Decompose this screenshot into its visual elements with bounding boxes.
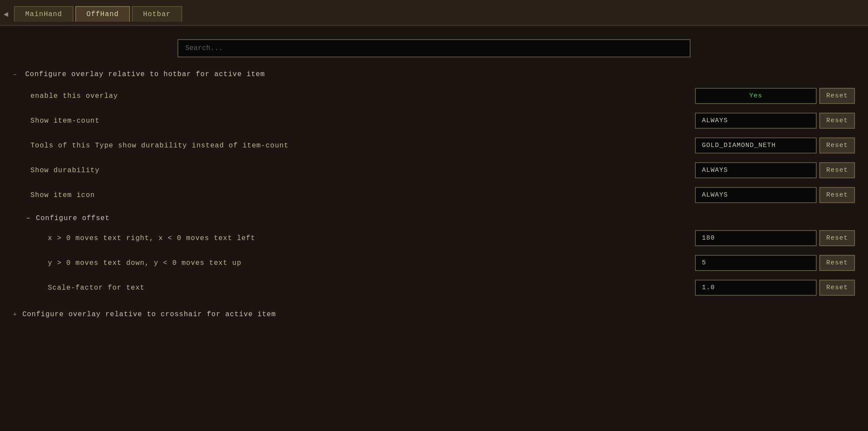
hotbar-section-label: Configure overlay relative to hotbar for…: [25, 70, 265, 78]
tab-bar: ◀ MainHand OffHand Hotbar: [0, 0, 868, 26]
show-item-count-value[interactable]: ALWAYS: [695, 113, 817, 129]
x-offset-controls: 180 Reset: [695, 230, 855, 246]
show-item-count-label: Show item-count: [30, 117, 695, 125]
offset-section-toggle[interactable]: –: [26, 214, 31, 222]
tab-arrow-left[interactable]: ◀: [3, 9, 12, 19]
crosshair-section-header: + Configure overlay relative to crosshai…: [13, 311, 855, 318]
y-offset-label: y > 0 moves text down, y < 0 moves text …: [48, 259, 695, 267]
search-container: [13, 39, 855, 57]
show-item-icon-value[interactable]: ALWAYS: [695, 187, 817, 203]
offset-section-label: Configure offset: [36, 214, 110, 222]
scale-factor-controls: 1.0 Reset: [695, 280, 855, 296]
setting-row-y-offset: y > 0 moves text down, y < 0 moves text …: [13, 251, 855, 275]
show-item-icon-controls: ALWAYS Reset: [695, 187, 855, 203]
scale-factor-reset[interactable]: Reset: [819, 280, 855, 296]
show-item-icon-label: Show item icon: [30, 191, 695, 199]
offset-section-header: – Configure offset: [13, 214, 855, 222]
x-offset-reset[interactable]: Reset: [819, 230, 855, 246]
main-content: – Configure overlay relative to hotbar f…: [0, 26, 868, 431]
tab-hotbar[interactable]: Hotbar: [132, 6, 182, 22]
show-durability-reset[interactable]: Reset: [819, 162, 855, 178]
enable-overlay-label: enable this overlay: [30, 92, 695, 100]
tab-mainhand[interactable]: MainHand: [14, 6, 73, 22]
y-offset-value[interactable]: 5: [695, 255, 817, 271]
setting-row-x-offset: x > 0 moves text right, x < 0 moves text…: [13, 226, 855, 251]
y-offset-reset[interactable]: Reset: [819, 255, 855, 271]
show-item-count-reset[interactable]: Reset: [819, 113, 855, 129]
show-item-count-controls: ALWAYS Reset: [695, 113, 855, 129]
y-offset-controls: 5 Reset: [695, 255, 855, 271]
show-durability-value[interactable]: ALWAYS: [695, 162, 817, 178]
x-offset-value[interactable]: 180: [695, 230, 817, 246]
setting-row-enable-overlay: enable this overlay Yes Reset: [13, 84, 855, 108]
crosshair-section-toggle[interactable]: +: [13, 311, 17, 318]
hotbar-section-toggle[interactable]: –: [13, 71, 20, 78]
tools-durability-value[interactable]: GOLD_DIAMOND_NETH: [695, 137, 817, 154]
show-durability-label: Show durability: [30, 167, 695, 174]
show-durability-controls: ALWAYS Reset: [695, 162, 855, 178]
setting-row-scale-factor: Scale-factor for text 1.0 Reset: [13, 275, 855, 300]
enable-overlay-value[interactable]: Yes: [695, 88, 817, 104]
tools-durability-controls: GOLD_DIAMOND_NETH Reset: [695, 137, 855, 154]
setting-row-show-item-count: Show item-count ALWAYS Reset: [13, 108, 855, 133]
crosshair-section-label: Configure overlay relative to crosshair …: [22, 311, 276, 318]
scale-factor-value[interactable]: 1.0: [695, 280, 817, 296]
tools-durability-label: Tools of this Type show durability inste…: [30, 142, 695, 150]
setting-row-show-durability: Show durability ALWAYS Reset: [13, 158, 855, 183]
show-item-icon-reset[interactable]: Reset: [819, 187, 855, 203]
enable-overlay-controls: Yes Reset: [695, 88, 855, 104]
setting-row-show-item-icon: Show item icon ALWAYS Reset: [13, 183, 855, 207]
enable-overlay-reset[interactable]: Reset: [819, 88, 855, 104]
scale-factor-label: Scale-factor for text: [48, 284, 695, 292]
tab-offhand[interactable]: OffHand: [75, 6, 130, 22]
search-input[interactable]: [177, 39, 691, 57]
setting-row-tools-durability: Tools of this Type show durability inste…: [13, 133, 855, 158]
tools-durability-reset[interactable]: Reset: [819, 137, 855, 154]
hotbar-section-header: – Configure overlay relative to hotbar f…: [13, 70, 855, 78]
x-offset-label: x > 0 moves text right, x < 0 moves text…: [48, 234, 695, 242]
